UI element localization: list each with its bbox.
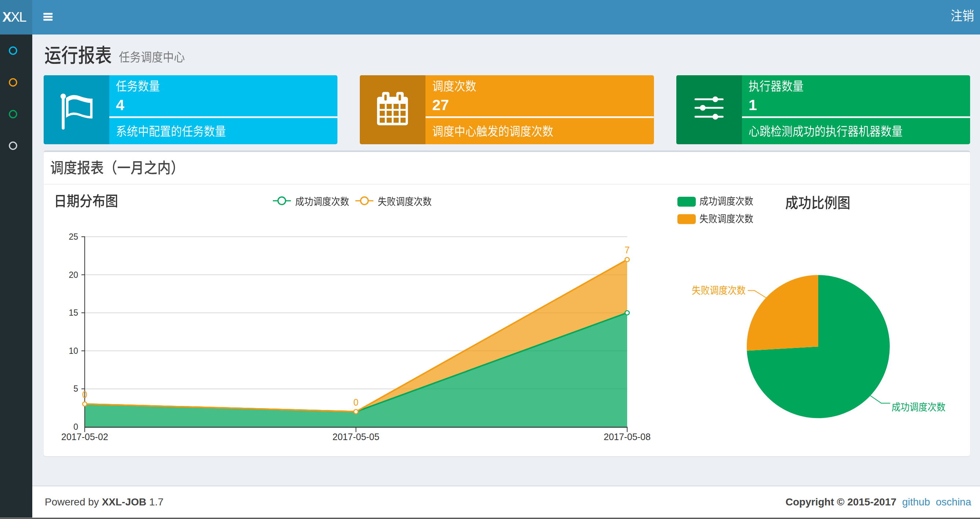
svg-text:25: 25: [68, 232, 78, 241]
svg-text:2017-05-08: 2017-05-08: [604, 432, 651, 442]
svg-text:10: 10: [68, 346, 78, 356]
svg-text:15: 15: [68, 308, 78, 318]
svg-text:5: 5: [73, 384, 78, 393]
svg-text:1: 1: [749, 97, 757, 113]
svg-text:7: 7: [625, 245, 630, 255]
svg-text:20: 20: [68, 270, 78, 280]
svg-text:2017-05-05: 2017-05-05: [332, 432, 380, 442]
svg-text:0: 0: [353, 397, 359, 407]
svg-text:27: 27: [433, 97, 449, 113]
svg-text:2017-05-02: 2017-05-02: [61, 432, 108, 442]
svg-text:4: 4: [116, 97, 124, 113]
svg-text:0: 0: [82, 390, 87, 400]
svg-text:0: 0: [73, 422, 78, 432]
